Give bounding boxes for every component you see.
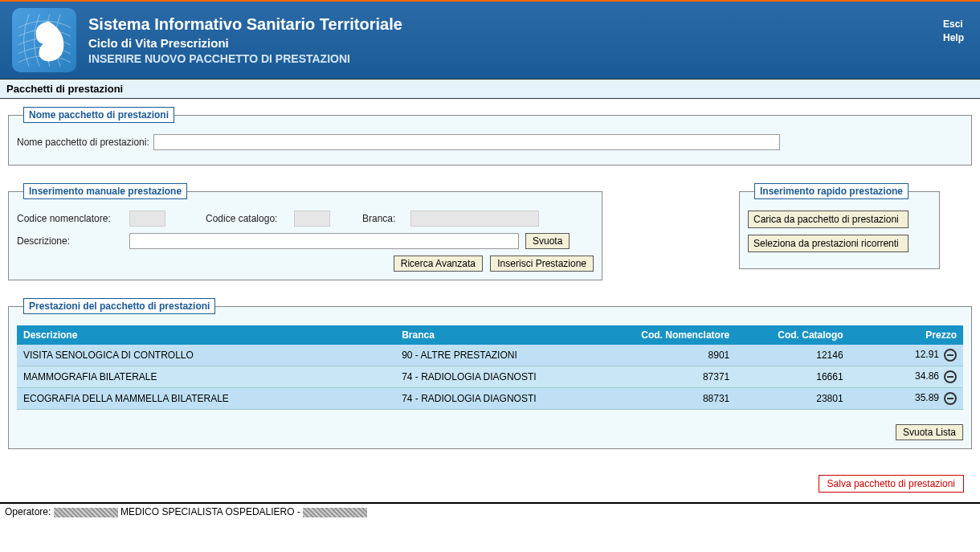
col-nomenclatore: Cod. Nomenclatore [603, 325, 736, 345]
table-row: ECOGRAFIA DELLA MAMMELLA BILATERALE74 - … [17, 388, 963, 410]
nome-pacchetto-fieldset: Nome pacchetto di prestazioni Nome pacch… [8, 107, 972, 166]
nome-pacchetto-input[interactable] [153, 134, 780, 150]
salva-pacchetto-button[interactable]: Salva pacchetto di prestazioni [819, 475, 964, 493]
cell-nomenclatore: 88731 [603, 388, 736, 410]
help-link[interactable]: Help [943, 31, 964, 45]
app-logo [12, 8, 76, 72]
inserisci-prestazione-button[interactable]: Inserisci Prestazione [490, 256, 594, 272]
codice-nomenclatore-input[interactable] [129, 211, 165, 227]
cell-descrizione: MAMMOGRAFIA BILATERALE [17, 366, 395, 388]
cell-catalogo: 12146 [736, 345, 849, 366]
remove-row-icon[interactable] [944, 392, 957, 405]
descrizione-input[interactable] [129, 233, 519, 249]
codice-nomenclatore-label: Codice nomenclatore: [17, 213, 129, 224]
cell-nomenclatore: 87371 [603, 366, 736, 388]
app-header: Sistema Informativo Sanitario Territoria… [0, 0, 980, 79]
footer-bar: Operatore: MEDICO SPECIALISTA OSPEDALIER… [0, 502, 980, 520]
page-action-title: INSERIRE NUOVO PACCHETTO DI PRESTAZIONI [88, 52, 968, 65]
table-row: MAMMOGRAFIA BILATERALE74 - RADIOLOGIA DI… [17, 366, 963, 388]
ricerca-avanzata-button[interactable]: Ricerca Avanzata [394, 256, 483, 272]
cell-catalogo: 23801 [736, 388, 849, 410]
operatore-label: Operatore: [5, 506, 51, 517]
app-subtitle: Ciclo di Vita Prescrizioni [88, 36, 968, 50]
operatore-extra-redacted [303, 508, 367, 517]
cell-prezzo: 34.86 [850, 366, 963, 388]
cell-descrizione: VISITA SENOLOGICA DI CONTROLLO [17, 345, 395, 366]
operatore-role: MEDICO SPECIALISTA OSPEDALIERO - [120, 506, 300, 517]
cell-catalogo: 16661 [736, 366, 849, 388]
cell-prezzo: 12.91 [850, 345, 963, 366]
nome-pacchetto-legend: Nome pacchetto di prestazioni [23, 107, 174, 123]
nome-pacchetto-label: Nome pacchetto di prestazioni: [17, 137, 153, 148]
svuota-button[interactable]: Svuota [525, 233, 570, 249]
cell-nomenclatore: 8901 [603, 345, 736, 366]
prestazioni-table: Descrizione Branca Cod. Nomenclatore Cod… [17, 325, 963, 410]
carica-pacchetto-button[interactable]: Carica da pacchetto di prestazioni [748, 211, 909, 228]
header-links: Esci Help [943, 18, 964, 45]
cell-prezzo: 35.89 [850, 388, 963, 410]
codice-catalogo-label: Codice catalogo: [206, 213, 294, 224]
exit-link[interactable]: Esci [943, 18, 964, 31]
seleziona-ricorrenti-button[interactable]: Seleziona da prestazioni ricorrenti [748, 235, 909, 252]
section-title: Pacchetti di prestazioni [0, 79, 980, 99]
inserimento-manuale-fieldset: Inserimento manuale prestazione Codice n… [8, 183, 602, 280]
app-title: Sistema Informativo Sanitario Territoria… [88, 15, 968, 34]
col-catalogo: Cod. Catalogo [736, 325, 849, 345]
cell-branca: 74 - RADIOLOGIA DIAGNOSTI [395, 388, 603, 410]
col-branca: Branca [395, 325, 603, 345]
inserimento-manuale-legend: Inserimento manuale prestazione [23, 183, 187, 199]
remove-row-icon[interactable] [944, 349, 957, 362]
branca-label: Branca: [362, 213, 410, 224]
inserimento-rapido-legend: Inserimento rapido prestazione [754, 183, 909, 199]
col-descrizione: Descrizione [17, 325, 395, 345]
operatore-name-redacted [54, 508, 118, 517]
svuota-lista-button[interactable]: Svuota Lista [896, 424, 963, 440]
descrizione-label: Descrizione: [17, 235, 129, 247]
remove-row-icon[interactable] [944, 370, 957, 383]
prestazioni-fieldset: Prestazioni del pacchetto di prestazioni… [8, 298, 972, 449]
cell-branca: 74 - RADIOLOGIA DIAGNOSTI [395, 366, 603, 388]
codice-catalogo-input[interactable] [294, 211, 330, 227]
cell-descrizione: ECOGRAFIA DELLA MAMMELLA BILATERALE [17, 388, 395, 410]
cell-branca: 90 - ALTRE PRESTAZIONI [395, 345, 603, 366]
table-row: VISITA SENOLOGICA DI CONTROLLO90 - ALTRE… [17, 345, 963, 366]
inserimento-rapido-fieldset: Inserimento rapido prestazione Carica da… [739, 183, 940, 269]
col-prezzo: Prezzo [850, 325, 963, 345]
prestazioni-legend: Prestazioni del pacchetto di prestazioni [23, 298, 215, 314]
branca-input[interactable] [410, 211, 539, 227]
